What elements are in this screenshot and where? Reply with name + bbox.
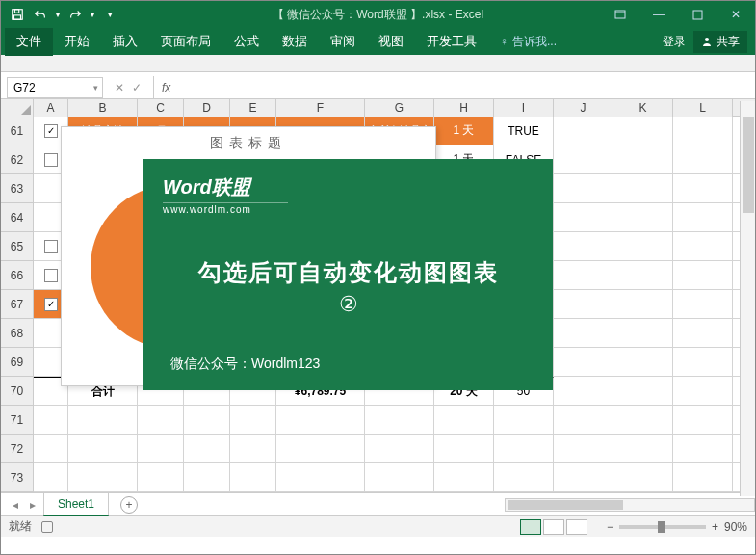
vertical-scrollbar[interactable] <box>740 101 755 496</box>
horizontal-scrollbar[interactable] <box>505 498 755 512</box>
login-link[interactable]: 登录 <box>663 34 686 50</box>
ribbon-tabs: 文件 开始 插入 页面布局 公式 数据 审阅 视图 开发工具 ♀告诉我... 登… <box>1 28 755 55</box>
save-icon[interactable] <box>7 4 28 25</box>
title-bar: ▾ ▾ ▾ 【 微信公众号：Word联盟 】.xlsx - Excel — ✕ <box>1 1 755 28</box>
row-header[interactable]: 67 <box>1 290 33 319</box>
col-header[interactable]: H <box>434 99 494 117</box>
share-button[interactable]: 共享 <box>693 31 747 53</box>
col-header[interactable]: G <box>365 99 434 117</box>
row-headers: 61626364656667686970717273 <box>1 117 34 492</box>
overlay-number: ② <box>163 292 534 317</box>
select-all[interactable] <box>1 99 34 117</box>
col-header[interactable]: B <box>68 99 138 117</box>
row-header[interactable]: 62 <box>1 145 33 174</box>
row-header[interactable]: 66 <box>1 261 33 290</box>
svg-rect-3 <box>615 11 625 18</box>
view-switcher <box>520 519 587 535</box>
svg-rect-1 <box>14 10 18 13</box>
row-header[interactable]: 61 <box>1 117 33 145</box>
row-header[interactable]: 72 <box>1 435 33 463</box>
col-header[interactable]: E <box>230 99 276 117</box>
overlay-url: www.wordlm.com <box>163 202 288 215</box>
worksheet-grid[interactable]: ABCDEFGHIJKL 61626364656667686970717273 … <box>1 99 755 492</box>
row-header[interactable]: 64 <box>1 203 33 232</box>
checkbox[interactable] <box>44 153 58 167</box>
zoom-out-icon[interactable]: − <box>607 520 613 534</box>
tab-layout[interactable]: 页面布局 <box>149 27 222 56</box>
sheet-nav-next-icon[interactable]: ▸ <box>26 498 39 512</box>
row-header[interactable]: 69 <box>1 348 33 377</box>
checkbox[interactable] <box>44 269 58 282</box>
col-header[interactable]: D <box>184 99 230 117</box>
close-icon[interactable]: ✕ <box>717 1 755 28</box>
minimize-icon[interactable]: — <box>639 1 678 28</box>
zoom-slider[interactable] <box>619 525 706 529</box>
window-controls: — ✕ <box>601 1 755 28</box>
checkbox[interactable] <box>44 240 58 253</box>
zoom-control: − + 90% <box>607 520 747 534</box>
tab-file[interactable]: 文件 <box>5 27 53 56</box>
sheet-tab-bar: ◂ ▸ Sheet1 + <box>1 492 755 515</box>
overlay-image: Word联盟 www.wordlm.com 勾选后可自动变化动图图表 ② 微信公… <box>143 159 553 390</box>
tab-data[interactable]: 数据 <box>271 27 319 56</box>
view-normal-icon[interactable] <box>520 519 541 535</box>
tab-formula[interactable]: 公式 <box>222 27 271 56</box>
view-pagebreak-icon[interactable] <box>566 519 587 535</box>
ribbon-options-icon[interactable] <box>601 1 639 28</box>
zoom-in-icon[interactable]: + <box>712 520 718 534</box>
svg-point-5 <box>705 38 709 41</box>
svg-rect-2 <box>14 15 21 19</box>
redo-icon[interactable] <box>65 4 86 25</box>
qat-customize-icon[interactable]: ▾ <box>99 4 120 25</box>
tab-developer[interactable]: 开发工具 <box>415 27 488 56</box>
row-header[interactable]: 63 <box>1 174 33 203</box>
undo-icon[interactable] <box>30 4 51 25</box>
checkbox[interactable]: ✓ <box>44 298 58 311</box>
status-bar: 就绪 − + 90% <box>1 515 755 537</box>
tell-me[interactable]: ♀告诉我... <box>488 28 568 56</box>
overlay-footer: 微信公众号：Wordlm123 <box>163 356 534 373</box>
maximize-icon[interactable] <box>678 1 717 28</box>
svg-rect-4 <box>693 11 702 19</box>
ribbon-collapsed <box>1 55 755 72</box>
row-header[interactable]: 71 <box>1 406 33 435</box>
new-sheet-icon[interactable]: + <box>120 496 138 514</box>
col-header[interactable]: L <box>673 99 733 117</box>
enter-icon[interactable]: ✓ <box>132 81 142 94</box>
status-ready: 就绪 <box>9 518 32 535</box>
col-header[interactable]: I <box>494 99 554 117</box>
row-header[interactable]: 70 <box>1 377 33 406</box>
row-header[interactable]: 68 <box>1 319 33 348</box>
view-layout-icon[interactable] <box>543 519 564 535</box>
tab-view[interactable]: 视图 <box>367 27 415 56</box>
overlay-headline: 勾选后可自动变化动图图表 <box>163 257 534 288</box>
chevron-down-icon[interactable]: ▾ <box>53 4 63 25</box>
window-title: 【 微信公众号：Word联盟 】.xlsx - Excel <box>273 7 483 23</box>
overlay-logo: Word联盟 <box>163 174 534 200</box>
column-headers: ABCDEFGHIJKL <box>1 99 755 117</box>
zoom-level[interactable]: 90% <box>724 520 747 534</box>
chevron-down-icon[interactable]: ▾ <box>88 4 97 25</box>
sheet-tab[interactable]: Sheet1 <box>43 492 109 516</box>
col-header[interactable]: C <box>138 99 184 117</box>
row-header[interactable]: 73 <box>1 463 33 492</box>
col-header[interactable]: F <box>276 99 365 117</box>
checkbox[interactable]: ✓ <box>44 124 58 138</box>
name-box[interactable]: G72 <box>7 77 103 98</box>
tab-home[interactable]: 开始 <box>53 27 101 56</box>
macro-record-icon[interactable] <box>41 521 53 533</box>
tab-insert[interactable]: 插入 <box>101 27 149 56</box>
col-header[interactable]: J <box>554 99 613 117</box>
sheet-nav-prev-icon[interactable]: ◂ <box>9 498 22 512</box>
fx-icon[interactable]: fx <box>153 76 178 98</box>
quick-access-toolbar: ▾ ▾ ▾ <box>1 4 120 25</box>
formula-bar: G72 ✕ ✓ fx <box>1 76 755 99</box>
tab-review[interactable]: 审阅 <box>319 27 367 56</box>
col-header[interactable]: K <box>613 99 673 117</box>
chart-title: 图表标题 <box>62 127 435 160</box>
cancel-icon[interactable]: ✕ <box>115 81 124 94</box>
row-header[interactable]: 65 <box>1 232 33 261</box>
col-header[interactable]: A <box>34 99 68 117</box>
